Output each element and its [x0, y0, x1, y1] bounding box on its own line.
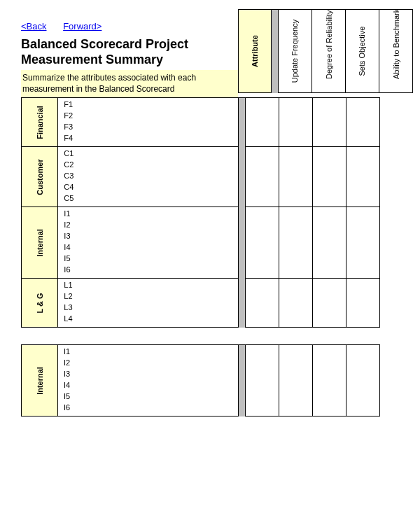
perspective-label: Customer: [36, 159, 44, 195]
attr-cell: [279, 207, 313, 279]
col-degree-reliability: Degree of Reliability: [312, 9, 346, 93]
list-item: F2: [64, 111, 238, 122]
col-ability-benchmark: Ability to Benchmark: [379, 9, 413, 93]
attr-cell: [246, 207, 279, 279]
perspective-cell: L & G: [22, 279, 58, 328]
perspective-cell: Internal: [22, 345, 58, 416]
col-attribute: Attribute: [238, 9, 272, 93]
list-item: C5: [64, 193, 238, 204]
col-ability-benchmark-label: Ability to Benchmark: [391, 23, 400, 79]
perspective-label: Internal: [36, 229, 44, 257]
attr-cell: [346, 345, 380, 416]
list-item: C3: [64, 171, 238, 182]
title-block: Balanced Scorecard Project Measurement S…: [21, 37, 238, 97]
list-item: I1: [64, 346, 238, 358]
list-item: I5: [64, 253, 238, 265]
header-row: Balanced Scorecard Project Measurement S…: [21, 37, 420, 97]
attr-cell: [313, 345, 346, 416]
items-cell: L1L2L3L4: [58, 279, 239, 328]
col-update-frequency: Update Frequency: [279, 9, 312, 93]
list-item: F3: [64, 122, 238, 133]
second-table: InternalI1I2I3I4I5I6: [21, 344, 380, 416]
perspective-cell: Internal: [22, 207, 58, 279]
attr-cell: [346, 147, 380, 207]
gap-cell: [239, 345, 246, 416]
main-table: FinancialF1F2F3F4CustomerC1C2C3C4C5Inter…: [21, 97, 380, 328]
col-sets-objective-label: Sets Objective: [358, 27, 366, 76]
list-item: I2: [64, 220, 238, 231]
perspective-label: Internal: [35, 367, 43, 395]
list-item: C2: [64, 160, 238, 171]
perspective-cell: Customer: [22, 147, 58, 207]
attr-cell: [279, 279, 313, 328]
spacer: [21, 328, 420, 344]
col-degree-reliability-label: Degree of Reliability: [324, 23, 332, 79]
list-item: I1: [64, 209, 238, 220]
table-row: L & GL1L2L3L4: [22, 279, 380, 328]
gap-cell: [239, 207, 246, 279]
items-cell: I1I2I3I4I5I6: [58, 345, 239, 416]
list-item: F1: [64, 99, 238, 111]
attr-cell: [313, 207, 346, 279]
attr-cell: [346, 98, 380, 147]
list-item: I4: [64, 380, 238, 391]
list-item: I6: [64, 402, 238, 414]
list-item: I3: [64, 231, 238, 242]
col-attribute-label: Attribute: [251, 35, 259, 67]
list-item: L4: [64, 314, 238, 325]
items-cell: C1C2C3C4C5: [58, 147, 239, 207]
gap-cell: [239, 279, 246, 328]
attr-cell: [279, 147, 313, 207]
table-row: InternalI1I2I3I4I5I6: [22, 345, 380, 416]
table-row: FinancialF1F2F3F4: [22, 98, 380, 147]
attr-cell: [346, 207, 380, 279]
attr-cell: [246, 98, 279, 147]
perspective-cell: Financial: [22, 98, 58, 147]
gap-column: [272, 9, 279, 93]
list-item: L3: [64, 302, 238, 314]
attr-cell: [346, 279, 380, 328]
attr-cell: [313, 279, 346, 328]
forward-link[interactable]: Forward>: [63, 21, 102, 31]
list-item: C1: [64, 148, 238, 160]
gap-cell: [239, 98, 246, 147]
list-item: I5: [64, 391, 238, 402]
page-subtitle: Summarize the attributes associated with…: [21, 70, 238, 97]
col-update-frequency-label: Update Frequency: [290, 20, 299, 83]
column-headers: Attribute Update Frequency Degree of Rel…: [238, 9, 413, 93]
attr-cell: [279, 345, 313, 416]
list-item: F4: [64, 133, 238, 144]
col-sets-objective: Sets Objective: [346, 9, 379, 93]
attr-cell: [246, 279, 279, 328]
list-item: C4: [64, 182, 238, 193]
back-link[interactable]: <Back: [21, 21, 47, 31]
list-item: L1: [64, 280, 238, 291]
attr-cell: [246, 147, 279, 207]
gap-cell: [239, 147, 246, 207]
page-title: Balanced Scorecard Project Measurement S…: [21, 37, 238, 67]
list-item: I2: [64, 358, 238, 369]
attr-cell: [246, 345, 279, 416]
list-item: L2: [64, 291, 238, 302]
list-item: I3: [64, 369, 238, 380]
items-cell: F1F2F3F4: [58, 98, 239, 147]
perspective-label: Financial: [36, 106, 44, 139]
items-cell: I1I2I3I4I5I6: [58, 207, 239, 279]
table-row: InternalI1I2I3I4I5I6: [22, 207, 380, 279]
page: <Back Forward> Balanced Scorecard Projec…: [0, 0, 420, 416]
attr-cell: [313, 147, 346, 207]
perspective-label: L & G: [36, 293, 44, 313]
list-item: I4: [64, 242, 238, 253]
attr-cell: [279, 98, 313, 147]
attr-cell: [313, 98, 346, 147]
table-row: CustomerC1C2C3C4C5: [22, 147, 380, 207]
list-item: I6: [64, 265, 238, 276]
